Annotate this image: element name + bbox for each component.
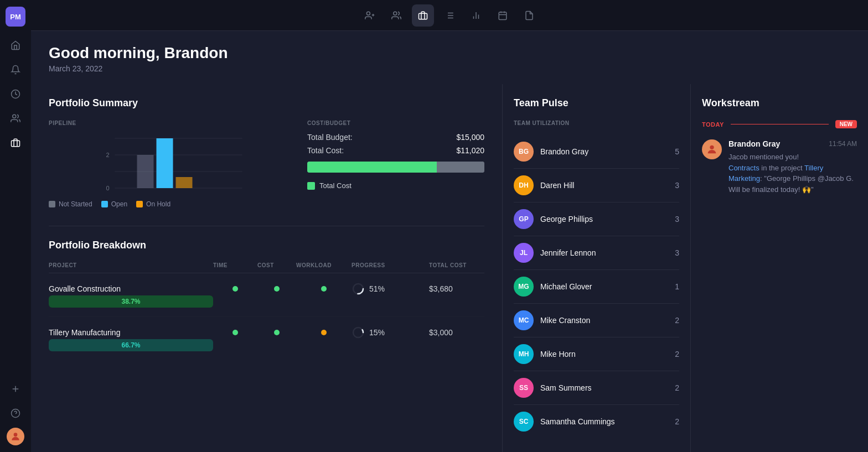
table-row: Govalle Construction 51% $3,680 38.7% <box>49 273 484 317</box>
app-logo[interactable]: PM <box>6 7 25 27</box>
ws-avatar <box>702 139 722 159</box>
sidebar-item-home[interactable] <box>6 35 25 55</box>
member-avatar: MH <box>514 344 534 364</box>
workstream-entry: Brandon Gray 11:54 AM Jacob mentioned yo… <box>702 139 857 195</box>
svg-point-38 <box>710 146 714 149</box>
workload-indicator-govalle <box>296 286 352 292</box>
team-member: SC Samantha Cummings 2 <box>514 405 679 438</box>
dot-green <box>232 330 238 335</box>
team-member: BG Brandon Gray 5 <box>514 135 679 169</box>
nav-document[interactable] <box>518 4 540 27</box>
member-avatar: MG <box>514 277 534 297</box>
nav-team[interactable] <box>385 4 407 27</box>
portfolio-summary-title: Portfolio Summary <box>49 97 484 109</box>
ws-time: 11:54 AM <box>829 140 857 148</box>
total-cost-label-text: Total Cost: <box>307 146 344 155</box>
col-total-cost: TOTAL COST <box>429 262 484 268</box>
team-member: MG Michael Glover 1 <box>514 270 679 304</box>
svg-rect-31 <box>137 155 154 188</box>
team-pulse-panel: Team Pulse TEAM UTILIZATION BG Brandon G… <box>503 84 691 452</box>
ws-author-name: Brandon Gray <box>728 139 780 148</box>
sidebar-item-briefcase[interactable] <box>6 133 25 153</box>
total-cost-legend-label: Total Cost <box>319 181 352 190</box>
on-hold-dot <box>136 201 143 207</box>
total-budget-row: Total Budget: $15,000 <box>307 133 484 142</box>
date-display: March 23, 2022 <box>49 64 850 73</box>
svg-rect-11 <box>419 13 427 19</box>
svg-text:0: 0 <box>106 185 109 191</box>
member-avatar: DH <box>514 175 534 195</box>
dot-green <box>232 286 238 292</box>
ws-link-contracts[interactable]: Contracts <box>728 164 760 172</box>
member-name: Brandon Gray <box>540 147 668 156</box>
nav-list[interactable] <box>438 4 461 27</box>
member-count: 3 <box>675 248 679 257</box>
dot-green <box>274 286 280 292</box>
col-cost: COST <box>257 262 296 268</box>
workstream-panel: Workstream TODAY NEW Brandon Gray 11:54 … <box>691 84 868 452</box>
col-progress: PROGRESS <box>352 262 429 268</box>
sidebar-item-history[interactable] <box>6 84 25 104</box>
total-cost-legend: Total Cost <box>307 181 484 190</box>
open-label: Open <box>111 200 127 208</box>
not-started-label: Not Started <box>59 200 92 208</box>
svg-rect-21 <box>499 12 507 20</box>
section-divider <box>49 226 484 226</box>
svg-rect-33 <box>176 177 193 188</box>
member-count: 2 <box>675 383 679 392</box>
total-cost-value: $11,020 <box>456 146 484 155</box>
nav-calendar[interactable] <box>492 4 514 27</box>
team-member: DH Daren Hill 3 <box>514 169 679 202</box>
member-avatar: SC <box>514 412 534 432</box>
pipeline-label: PIPELINE <box>49 120 281 126</box>
progress-tillery: 15% <box>352 326 429 339</box>
progress-bar-used <box>307 162 437 173</box>
project-name-govalle: Govalle Construction <box>49 284 213 293</box>
team-members-list: BG Brandon Gray 5 DH Daren Hill 3 GP Geo… <box>514 135 679 438</box>
cost-indicator-govalle <box>257 286 296 292</box>
user-avatar[interactable] <box>7 428 24 445</box>
sidebar-item-help[interactable] <box>6 403 25 423</box>
team-member: SS Sam Summers 2 <box>514 371 679 405</box>
legend-open: Open <box>101 200 127 208</box>
nav-portfolio[interactable] <box>412 4 434 27</box>
team-member: GP George Phillips 3 <box>514 202 679 236</box>
nav-add-member[interactable] <box>359 4 381 27</box>
dot-yellow <box>321 330 327 335</box>
member-name: Samantha Cummings <box>540 417 668 426</box>
total-budget-label: Total Budget: <box>307 133 353 142</box>
member-avatar: GP <box>514 209 534 229</box>
workstream-title: Workstream <box>702 97 857 109</box>
badge-govalle: 38.7% <box>49 295 213 308</box>
team-member: MH Mike Horn 2 <box>514 337 679 371</box>
project-name-tillery: Tillery Manufacturing <box>49 328 213 337</box>
progress-pct-tillery: 15% <box>369 328 385 337</box>
member-avatar: JL <box>514 243 534 263</box>
member-name: Mike Cranston <box>540 316 668 325</box>
cost-budget-section: COST/BUDGET Total Budget: $15,000 Total … <box>307 120 484 208</box>
total-cost-govalle: $3,680 <box>429 284 484 293</box>
chart-legend: Not Started Open On Hold <box>49 200 281 208</box>
total-cost-row: Total Cost: $11,020 <box>307 146 484 155</box>
progress-ring-tillery <box>352 326 365 339</box>
breakdown-title: Portfolio Breakdown <box>49 240 484 251</box>
cost-indicator-tillery <box>257 330 296 335</box>
dot-green <box>274 330 280 335</box>
pipeline-chart: 2 0 <box>49 133 281 194</box>
member-name: Daren Hill <box>540 181 668 190</box>
sidebar-item-people[interactable] <box>6 108 25 128</box>
sidebar-item-notifications[interactable] <box>6 60 25 80</box>
col-project: PROJECT <box>49 262 213 268</box>
on-hold-label: On Hold <box>146 200 170 208</box>
member-count: 2 <box>675 316 679 325</box>
ws-message: Jacob mentioned you! Contracts in the pr… <box>728 152 857 195</box>
team-pulse-title: Team Pulse <box>514 97 679 109</box>
ws-content: Brandon Gray 11:54 AM Jacob mentioned yo… <box>728 139 857 195</box>
nav-chart[interactable] <box>465 4 487 27</box>
today-label: TODAY <box>702 121 724 128</box>
member-count: 3 <box>675 181 679 190</box>
today-line <box>731 124 829 124</box>
svg-point-6 <box>14 433 18 437</box>
dot-green <box>321 286 327 292</box>
sidebar-item-add[interactable] <box>6 379 25 399</box>
